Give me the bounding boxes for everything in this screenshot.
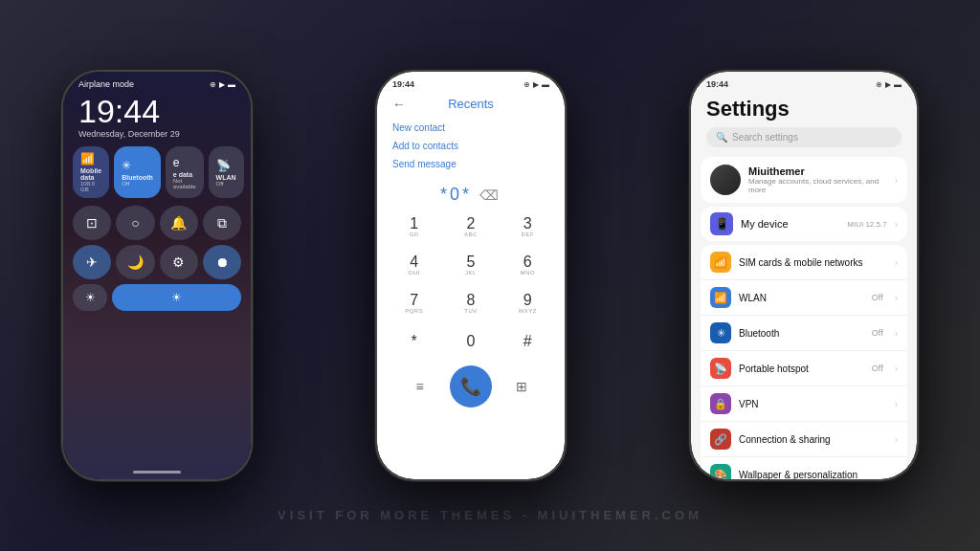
edata-btn[interactable]: e e data Not available (166, 146, 204, 198)
mobile-data-btn[interactable]: 📶 Mobile data 108.0 GB (73, 146, 109, 198)
vpn-chevron-icon: › (895, 399, 898, 409)
key-4[interactable]: 4GHI (387, 247, 441, 283)
new-contact-btn[interactable]: New contact (392, 119, 549, 137)
sim-cards-item[interactable]: 📶 SIM cards & mobile networks › (701, 245, 907, 280)
profile-name: Miuithemer (748, 165, 887, 177)
control-grid: 📶 Mobile data 108.0 GB ✳ Bluetooth Off e… (63, 139, 251, 206)
sim-icon: 📶 (710, 252, 731, 273)
connection-sharing-item[interactable]: 🔗 Connection & sharing › (701, 422, 907, 457)
wallpaper-icon: 🎨 (710, 464, 731, 479)
phone2-screen: 19:44 ⊕ ▶ ▬ ← Recents New contact Add to… (377, 72, 565, 479)
wlan-icon: 📶 (710, 287, 731, 308)
sim-label: SIM cards & mobile networks (739, 257, 887, 268)
settings-status-icons: ⊕ ▶ ▬ (876, 80, 902, 89)
icon-btn-4[interactable]: ⧉ (203, 206, 241, 240)
vpn-item[interactable]: 🔒 VPN › (701, 386, 907, 422)
brightness-row: ☀ ☀ (63, 284, 251, 311)
dialer-title: Recents (448, 97, 494, 111)
key-8[interactable]: 8TUV (443, 285, 498, 321)
add-to-contacts-btn[interactable]: Add to contacts (392, 137, 549, 155)
key-1[interactable]: 1GD (387, 209, 441, 245)
phone1-date: Wednesday, December 29 (63, 129, 251, 139)
key-2[interactable]: 2ABC (443, 209, 498, 245)
my-device-row[interactable]: 📱 My device MIUI 12.5.7 › (701, 207, 907, 241)
connection-sharing-icon: 🔗 (710, 429, 731, 450)
hotspot-chevron-icon: › (895, 364, 898, 374)
hotspot-item-value: Off (872, 364, 883, 373)
wallpaper-label: Wallpaper & personalization (739, 470, 887, 480)
bluetooth-chevron-icon: › (895, 328, 898, 339)
settings-statusbar: 19:44 ⊕ ▶ ▬ (691, 72, 917, 93)
wlan-sub: Off (216, 181, 236, 187)
phone1-status-icons: ⊕ ▶ ▬ (210, 80, 235, 89)
moon-btn[interactable]: 🌙 (116, 245, 154, 279)
brightness-slider[interactable]: ☀ (112, 284, 241, 311)
bluetooth-btn[interactable]: ✳ Bluetooth Off (114, 146, 161, 198)
mode-row: ✈ 🌙 ⚙ ⏺ (63, 245, 251, 279)
settings-btn[interactable]: ⚙ (160, 245, 198, 279)
icon-btn-3[interactable]: 🔔 (160, 206, 198, 240)
avatar (710, 165, 741, 195)
key-0[interactable]: 0 (443, 323, 498, 360)
brightness-low-btn[interactable]: ☀ (73, 284, 107, 311)
icon-row: ⊡ ○ 🔔 ⧉ (63, 206, 251, 240)
bluetooth-label: Bluetooth (122, 174, 153, 181)
bluetooth-sub: Off (122, 181, 153, 187)
wlan-item-value: Off (872, 293, 883, 302)
send-message-btn[interactable]: Send message (392, 155, 549, 173)
icon-btn-2[interactable]: ○ (116, 206, 154, 240)
hotspot-item-label: Portable hotspot (739, 364, 864, 374)
settings-battery-icon: ▬ (894, 80, 902, 89)
wallpaper-item[interactable]: 🎨 Wallpaper & personalization › (701, 457, 907, 479)
wlan-label: WLAN (216, 174, 236, 181)
airplane-mode-btn[interactable]: ✈ (73, 245, 111, 279)
wlan-item[interactable]: 📶 WLAN Off › (701, 280, 907, 316)
profile-sub: Manage accounts, cloud services, and mor… (748, 177, 887, 194)
bluetooth-item-value: Off (872, 328, 883, 338)
key-7[interactable]: 7PQRS (387, 285, 441, 321)
phone3-frame: 19:44 ⊕ ▶ ▬ Settings 🔍 Search settings (689, 70, 919, 481)
mobile-data-label: Mobile data (80, 167, 101, 181)
key-star[interactable]: * (387, 323, 441, 360)
dialer-play-icon: ▶ (533, 80, 539, 89)
bluetooth-item[interactable]: ✳ Bluetooth Off › (701, 316, 907, 351)
wlan-btn[interactable]: 📡 WLAN Off (209, 146, 244, 198)
wallpaper-chevron-icon: › (895, 470, 898, 480)
call-button[interactable]: 📞 (450, 365, 492, 408)
my-device-label: My device (741, 218, 839, 230)
settings-header: Settings 🔍 Search settings (691, 93, 917, 153)
icon-btn-1[interactable]: ⊡ (73, 206, 111, 240)
settings-play-icon: ▶ (885, 80, 891, 89)
search-icon: 🔍 (716, 132, 727, 143)
edata-label: e data (173, 171, 196, 178)
phone1-screen: Airplane mode ⊕ ▶ ▬ 19:44 Wednesday, Dec… (63, 72, 251, 479)
dialpad-button[interactable]: ⊞ (504, 369, 539, 404)
bluetooth-icon: ✳ (122, 159, 153, 172)
dialer-statusbar: 19:44 ⊕ ▶ ▬ (377, 72, 565, 93)
key-hash[interactable]: # (501, 323, 555, 360)
hotspot-item[interactable]: 📡 Portable hotspot Off › (701, 351, 907, 386)
profile-info: Miuithemer Manage accounts, cloud servic… (748, 165, 887, 194)
key-9[interactable]: 9WXYZ (501, 285, 555, 321)
key-6[interactable]: 6MNO (501, 247, 555, 283)
connection-sharing-chevron-icon: › (895, 434, 898, 445)
profile-chevron-icon: › (895, 175, 898, 186)
profile-section[interactable]: Miuithemer Manage accounts, cloud servic… (701, 157, 907, 203)
phone2-dialer: 19:44 ⊕ ▶ ▬ ← Recents New contact Add to… (375, 70, 567, 481)
key-3[interactable]: 3DEF (501, 209, 555, 245)
menu-button[interactable]: ≡ (403, 369, 437, 404)
search-bar[interactable]: 🔍 Search settings (706, 127, 902, 147)
mobile-data-icon: 📶 (80, 152, 101, 165)
back-button[interactable]: ← (392, 97, 406, 112)
record-btn[interactable]: ⏺ (203, 245, 241, 279)
key-5[interactable]: 5JKL (443, 247, 498, 283)
my-device-chevron-icon: › (895, 219, 898, 230)
wlan-item-label: WLAN (739, 293, 864, 303)
dialer-time: 19:44 (392, 79, 414, 89)
dialer-actions: New contact Add to contacts Send message (377, 115, 565, 177)
battery-icon: ▬ (228, 80, 235, 89)
watermark: VISIT FOR MORE THEMES - MIUITHEMER.COM (278, 508, 702, 522)
bluetooth-item-label: Bluetooth (739, 328, 864, 339)
phone1-control-center: Airplane mode ⊕ ▶ ▬ 19:44 Wednesday, Dec… (61, 70, 253, 481)
backspace-button[interactable]: ⌫ (479, 187, 501, 203)
